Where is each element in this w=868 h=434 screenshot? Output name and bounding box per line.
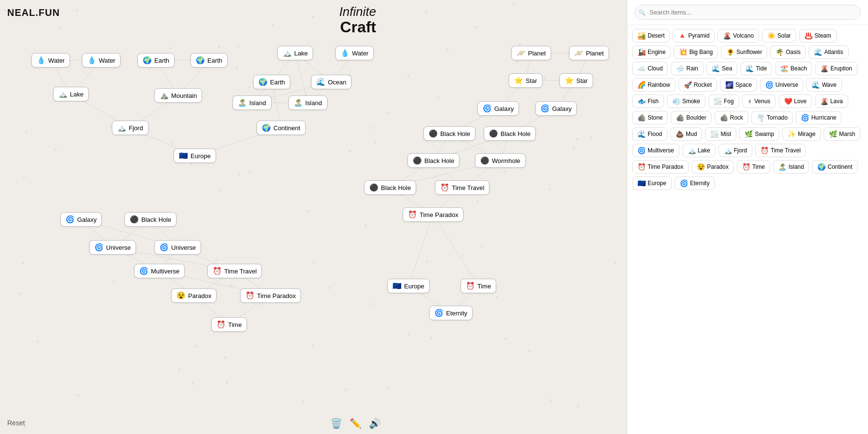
craft-node[interactable]: 🏝️Island <box>288 95 327 110</box>
craft-node[interactable]: 💧Water <box>31 53 70 68</box>
sidebar-item[interactable]: 🪨Stone <box>632 111 668 124</box>
sidebar-item[interactable]: 🌀Universe <box>760 78 803 92</box>
craft-node[interactable]: 🏝️Island <box>232 95 271 110</box>
sidebar-item[interactable]: 🌫️Mist <box>705 127 736 141</box>
sidebar-item[interactable]: 🌋Lava <box>815 95 848 108</box>
sidebar-item[interactable]: 🪨Boulder <box>671 111 711 124</box>
sidebar-item[interactable]: 🌋Eruption <box>815 62 857 75</box>
sidebar-item[interactable]: 💥Big Bang <box>674 45 718 59</box>
sidebar-item[interactable]: 🌊Wave <box>806 78 841 92</box>
craft-canvas[interactable]: NEAL.FUN Infinite Craft 💧Water💧Water🌍Ear… <box>0 0 627 434</box>
sidebar-item[interactable]: 🇪🇺Europe <box>632 176 672 190</box>
sidebar-item[interactable]: ❤️Love <box>779 95 812 108</box>
sidebar-item[interactable]: ✨Mirage <box>782 127 821 141</box>
sidebar-item[interactable]: ⏰Time Paradox <box>632 160 689 174</box>
sidebar-item[interactable]: 🏔️Lake <box>682 144 716 157</box>
craft-node[interactable]: 🪐Planet <box>569 46 609 60</box>
svg-point-35 <box>365 224 366 226</box>
sidebar-item[interactable]: 🌊Flood <box>632 127 667 141</box>
craft-node[interactable]: ⭐Star <box>559 73 593 88</box>
sidebar-item-label: Desert <box>648 32 665 39</box>
sidebar-item[interactable]: 😵Paradox <box>692 160 734 174</box>
craft-node[interactable]: 🪐Planet <box>511 46 551 60</box>
craft-node[interactable]: 🇪🇺Europe <box>387 279 430 293</box>
sidebar-item[interactable]: 🐟Fish <box>632 95 664 108</box>
craft-node[interactable]: 🌀Galaxy <box>60 212 102 227</box>
sidebar-item[interactable]: 🏔️Fjord <box>719 144 752 157</box>
sidebar-item[interactable]: ⏰Time <box>737 160 770 174</box>
sidebar-item-emoji: ♀️ <box>747 97 753 105</box>
craft-node[interactable]: ⚫Black Hole <box>423 126 475 141</box>
sidebar-item[interactable]: 🌪️Tornado <box>751 111 793 124</box>
craft-node[interactable]: 🌊Ocean <box>311 75 352 89</box>
sidebar-item[interactable]: 💨Smoke <box>667 95 705 108</box>
craft-node[interactable]: 🌍Continent <box>257 121 306 135</box>
clear-icon[interactable]: ✏️ <box>350 418 362 429</box>
search-input[interactable] <box>635 5 861 20</box>
sidebar-item[interactable]: 🌀Eternity <box>675 176 715 190</box>
sidebar-item[interactable]: 🌫️Fog <box>708 95 739 108</box>
sidebar-item[interactable]: 🌿Marsh <box>824 127 860 141</box>
sidebar-item[interactable]: 🌈Rainbow <box>632 78 676 92</box>
craft-node[interactable]: 🌀Eternity <box>429 306 473 320</box>
craft-node[interactable]: ⏰Time <box>461 279 496 293</box>
craft-node[interactable]: 💧Water <box>335 46 374 60</box>
craft-node[interactable]: ⛰️Mountain <box>154 88 202 103</box>
sidebar-item[interactable]: 🌀Hurricane <box>796 111 841 124</box>
craft-node[interactable]: 💧Water <box>82 53 121 68</box>
sidebar-item[interactable]: 🌿Swamp <box>739 127 779 141</box>
sidebar-item[interactable]: 🚂Engine <box>632 45 671 59</box>
sidebar-item[interactable]: 🚀Rocket <box>678 78 717 92</box>
reset-button[interactable]: Reset <box>7 419 25 427</box>
craft-node[interactable]: ⏰Time Travel <box>207 264 262 278</box>
craft-node[interactable]: 🌍Earth <box>253 75 290 89</box>
sidebar-item[interactable]: 🌊Sea <box>706 62 737 75</box>
craft-node[interactable]: ⏰Time Paradox <box>403 207 463 222</box>
craft-node[interactable]: ⚫Black Hole <box>124 212 176 227</box>
svg-point-77 <box>59 27 61 28</box>
sidebar-item[interactable]: 🌀Multiverse <box>632 144 679 157</box>
craft-node[interactable]: ⭐Star <box>509 73 542 88</box>
craft-node[interactable]: ⏰Time Paradox <box>240 288 301 303</box>
sidebar-item[interactable]: 🌌Space <box>720 78 757 92</box>
craft-node[interactable]: 🏔️Lake <box>53 87 89 101</box>
sound-icon[interactable]: 🔊 <box>369 418 381 429</box>
sidebar-item[interactable]: 🪨Rock <box>715 111 748 124</box>
sidebar-item[interactable]: 🌊Atlantis <box>809 45 848 59</box>
sidebar-item[interactable]: ♀️Venus <box>742 95 776 108</box>
craft-node[interactable]: ⚫Black Hole <box>364 180 416 195</box>
craft-node[interactable]: 🇪🇺Europe <box>174 149 216 163</box>
craft-node[interactable]: 🌀Galaxy <box>535 101 577 116</box>
craft-node[interactable]: 🏔️Lake <box>277 46 313 60</box>
sidebar-item[interactable]: 💩Mud <box>670 127 702 141</box>
craft-node[interactable]: ⏰Time <box>211 317 247 332</box>
sidebar-item[interactable]: ♨️Steam <box>799 29 837 42</box>
craft-node[interactable]: ⚫Black Hole <box>407 153 460 168</box>
craft-node[interactable]: 😵Paradox <box>171 288 217 303</box>
craft-node[interactable]: 🌀Galaxy <box>477 101 519 116</box>
craft-node[interactable]: 🏔️Fjord <box>112 121 149 135</box>
sidebar-item[interactable]: ⏰Time Travel <box>755 144 806 157</box>
craft-node[interactable]: ⚫Black Hole <box>484 126 536 141</box>
craft-node[interactable]: ⏰Time Travel <box>435 180 489 195</box>
craft-node[interactable]: 🌀Multiverse <box>134 264 185 278</box>
trash-icon[interactable]: 🗑️ <box>330 418 342 429</box>
craft-node[interactable]: ⚫Wormhole <box>475 153 526 168</box>
sidebar-item[interactable]: ☁️Cloud <box>632 62 668 75</box>
craft-node[interactable]: 🌀Universe <box>154 240 201 255</box>
sidebar-item[interactable]: 🏖️Beach <box>775 62 812 75</box>
sidebar-item[interactable]: 🌴Oasis <box>770 45 806 59</box>
sidebar-item[interactable]: 🏝️Island <box>773 160 809 174</box>
sidebar-item[interactable]: 🌊Tide <box>740 62 772 75</box>
sidebar-item[interactable]: 🌍Continent <box>812 160 857 174</box>
craft-node[interactable]: 🌀Universe <box>89 240 136 255</box>
sidebar-item[interactable]: 🌋Volcano <box>718 29 759 42</box>
sidebar-item[interactable]: 🌻Sunflower <box>721 45 767 59</box>
sidebar-item[interactable]: 🔺Pyramid <box>673 29 715 42</box>
sidebar-item-emoji: 💥 <box>679 48 687 56</box>
sidebar-item[interactable]: ☀️Solar <box>762 29 796 42</box>
sidebar-item[interactable]: 🌧️Rain <box>671 62 704 75</box>
craft-node[interactable]: 🌍Earth <box>137 53 175 68</box>
craft-node[interactable]: 🌍Earth <box>190 53 228 68</box>
sidebar-item[interactable]: 🏜️Desert <box>632 29 670 42</box>
